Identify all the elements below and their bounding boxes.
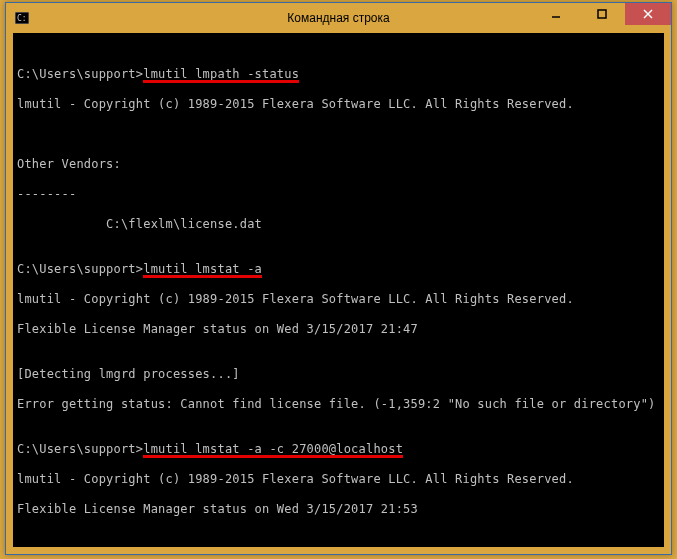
command-text: lmutil lmpath -status — [143, 67, 299, 81]
terminal-line: C:\Users\support>lmutil lmstat -a — [17, 262, 660, 277]
terminal-line: Flexible License Manager status on Wed 3… — [17, 502, 660, 517]
prompt-text: C:\Users\support> — [17, 67, 143, 81]
maximize-button[interactable] — [579, 3, 625, 25]
titlebar[interactable]: C: Командная строка — [6, 3, 671, 33]
terminal-line: lmutil - Copyright (c) 1989-2015 Flexera… — [17, 472, 660, 487]
minimize-button[interactable] — [533, 3, 579, 25]
terminal-line: C:\Users\support>lmutil lmpath -status — [17, 67, 660, 82]
close-button[interactable] — [625, 3, 671, 25]
terminal-line: C:\Users\support>lmutil lmstat -a -c 270… — [17, 442, 660, 457]
command-text: lmutil lmstat -a — [143, 262, 262, 276]
cmd-icon: C: — [14, 10, 30, 26]
terminal-line: lmutil - Copyright (c) 1989-2015 Flexera… — [17, 292, 660, 307]
prompt-text: C:\Users\support> — [17, 442, 143, 456]
terminal-line: -------- — [17, 187, 660, 202]
terminal-line: Other Vendors: — [17, 157, 660, 172]
terminal-output: C:\Users\support>lmutil lmpath -status l… — [17, 37, 660, 547]
terminal-line: [Detecting lmgrd processes...] — [17, 367, 660, 382]
command-prompt-window: C: Командная строка C:\Users\support>lmu… — [5, 2, 672, 555]
terminal-line: Error getting status: Cannot find licens… — [17, 397, 657, 412]
window-controls — [533, 3, 671, 25]
svg-text:C:: C: — [17, 14, 27, 23]
terminal-area[interactable]: C:\Users\support>lmutil lmpath -status l… — [13, 33, 664, 547]
terminal-line: C:\flexlm\license.dat — [17, 217, 660, 232]
svg-rect-3 — [598, 10, 606, 18]
prompt-text: C:\Users\support> — [17, 262, 143, 276]
command-text: lmutil lmstat -a -c 27000@localhost — [143, 442, 403, 456]
terminal-line: Flexible License Manager status on Wed 3… — [17, 322, 660, 337]
terminal-line: lmutil - Copyright (c) 1989-2015 Flexera… — [17, 97, 660, 112]
